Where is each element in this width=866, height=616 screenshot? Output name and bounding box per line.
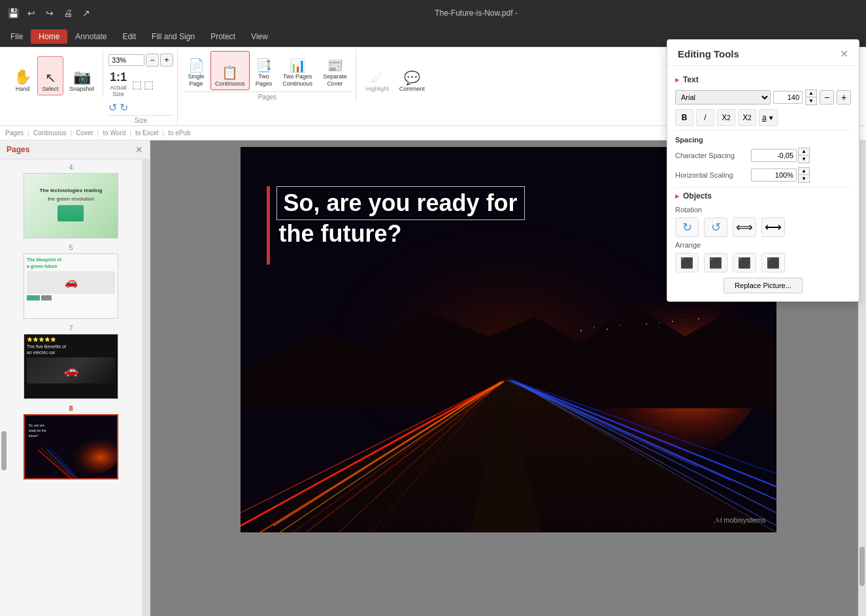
highlight-button[interactable]: 🖊 Highlight xyxy=(361,56,393,95)
share-icon[interactable]: ↗ xyxy=(80,7,93,20)
two-pages-button[interactable]: 📑 TwoPages xyxy=(251,51,277,90)
svg-rect-38 xyxy=(659,322,660,323)
comment-icon: 💬 xyxy=(404,71,420,84)
pages-panel-close[interactable]: ✕ xyxy=(135,144,143,155)
svg-rect-40 xyxy=(685,319,686,321)
ribbon-group-annotations: 🖊 Highlight 💬 Comment xyxy=(358,50,433,97)
bold-button[interactable]: B xyxy=(675,109,693,126)
menu-protect[interactable]: Protect xyxy=(203,29,243,44)
separate-cover-button[interactable]: 📰 SeparateCover xyxy=(318,51,352,90)
send-to-back-button[interactable]: ⬛ xyxy=(761,253,785,272)
send-backward-button[interactable]: ⬛ xyxy=(733,253,756,272)
comment-button[interactable]: 💬 Comment xyxy=(395,56,429,95)
menu-view[interactable]: View xyxy=(243,29,276,44)
sub-to-word: to Word xyxy=(103,129,125,137)
page-8-number: 8 xyxy=(69,404,73,412)
rotate-right[interactable]: ↻ xyxy=(120,101,128,114)
superscript-button[interactable]: X2 xyxy=(738,109,756,126)
font-select[interactable]: Arial Times New Roman Helvetica xyxy=(675,90,771,105)
ribbon-group-size: − + 1:1 ActualSize ⬚ ⬚ ↺ ↻ xyxy=(105,50,178,125)
subscript-button[interactable]: X2 xyxy=(717,109,735,126)
page-8-container: 8 xyxy=(4,404,138,479)
horiz-scaling-label: Horizontal Scaling xyxy=(675,171,747,179)
print-icon[interactable]: 🖨 xyxy=(61,7,75,20)
char-spacing-input[interactable] xyxy=(751,149,797,162)
save-icon[interactable]: 💾 xyxy=(7,7,20,20)
menu-annotate[interactable]: Annotate xyxy=(67,29,114,44)
horiz-scaling-up[interactable]: ▲ xyxy=(799,168,809,175)
svg-text:So, are you: So, are you xyxy=(29,424,45,427)
font-size-up[interactable]: ▲ xyxy=(806,90,816,97)
hand-label: Hand xyxy=(16,86,30,93)
question-text-line2: the future? xyxy=(276,220,525,248)
page-7-thumb[interactable]: ⭐⭐⭐⭐⭐ The five Benefits ofan electric ca… xyxy=(24,334,118,399)
font-increase-button[interactable]: + xyxy=(837,90,851,105)
zoom-fit-page[interactable]: ⬚ xyxy=(132,78,142,91)
select-button[interactable]: ↖ Select xyxy=(37,56,63,95)
page-8-thumb[interactable]: So, are you ready for the future? xyxy=(24,414,118,479)
pages-scrollbar[interactable] xyxy=(142,159,150,616)
menu-file[interactable]: File xyxy=(3,29,31,44)
sub-pages: Pages xyxy=(5,129,24,137)
italic-button[interactable]: / xyxy=(696,109,714,126)
zoom-decrease[interactable]: − xyxy=(146,54,159,67)
rotate-right-button[interactable]: ↻ xyxy=(675,218,699,237)
title-bar: 💾 ↩ ↪ 🖨 ↗ The-Future-is-Now.pdf - xyxy=(0,0,866,26)
menu-edit[interactable]: Edit xyxy=(114,29,144,44)
two-pages-icon: 📑 xyxy=(256,59,272,72)
title-bar-icons: 💾 ↩ ↪ 🖨 ↗ xyxy=(7,7,93,20)
page-5-thumb[interactable]: The blueprint ofa green future 🚗 xyxy=(24,253,118,319)
char-spacing-label: Character Spacing xyxy=(675,152,747,159)
page-4-thumb[interactable]: The technologies leading the green revol… xyxy=(24,173,118,238)
size-group-label: Size xyxy=(108,115,173,124)
single-page-button[interactable]: 📄 SinglePage xyxy=(183,51,209,90)
objects-section-header: ▶ Objects xyxy=(675,191,851,201)
horiz-scaling-down[interactable]: ▼ xyxy=(799,175,809,182)
editing-tools-panel: Editing Tools ✕ ▶ Text Arial Times New R… xyxy=(667,39,859,302)
actual-size-button[interactable]: 1:1 ActualSize xyxy=(108,69,128,99)
objects-section-label: Objects xyxy=(683,191,712,201)
snapshot-button[interactable]: 📷 Snapshot xyxy=(65,56,99,95)
hand-button[interactable]: ✋ Hand xyxy=(9,56,36,95)
font-row: Arial Times New Roman Helvetica ▲ ▼ − + xyxy=(675,89,851,105)
flip-horizontal-button[interactable]: ⟷ xyxy=(761,218,785,237)
svg-text:future?: future? xyxy=(29,434,39,438)
svg-rect-39 xyxy=(672,321,673,322)
undo-icon[interactable]: ↩ xyxy=(25,7,38,20)
zoom-fit-width[interactable]: ⬚ xyxy=(144,78,154,91)
menu-fill-sign[interactable]: Fill and Sign xyxy=(144,29,203,44)
continuous-button[interactable]: 📋 Continuous xyxy=(210,51,250,90)
actual-size-icon: 1:1 xyxy=(110,71,127,84)
spacing-header: Spacing xyxy=(675,136,851,144)
window-title: The-Future-is-Now.pdf - xyxy=(93,8,859,18)
format-row: B / X2 X2 a ▼ xyxy=(675,109,851,131)
menu-home[interactable]: Home xyxy=(31,29,67,44)
svg-text:ready for the: ready for the xyxy=(29,429,46,432)
editing-panel-title: Editing Tools xyxy=(678,48,739,59)
bring-forward-button[interactable]: ⬛ xyxy=(704,253,727,272)
underline-button[interactable]: a ▼ xyxy=(759,109,778,126)
flip-vertical-button[interactable]: ⟺ xyxy=(733,218,756,237)
editing-panel-close-button[interactable]: ✕ xyxy=(840,48,848,60)
two-pages-cont-button[interactable]: 📊 Two PagesContinuous xyxy=(278,51,318,90)
pages-panel: Pages ✕ 4 The technologies leading the g… xyxy=(0,140,150,616)
pages-panel-header: Pages ✕ xyxy=(0,140,150,159)
replace-picture-button[interactable]: Replace Picture... xyxy=(724,278,803,293)
svg-rect-36 xyxy=(620,325,621,326)
redo-icon[interactable]: ↪ xyxy=(43,7,56,20)
horiz-scaling-input[interactable] xyxy=(751,169,797,182)
font-size-down[interactable]: ▼ xyxy=(806,97,816,105)
font-decrease-button[interactable]: − xyxy=(820,90,834,105)
bring-to-front-button[interactable]: ⬛ xyxy=(675,253,699,272)
zoom-input[interactable] xyxy=(108,54,144,66)
rotate-left-button[interactable]: ↺ xyxy=(704,218,727,237)
char-spacing-up[interactable]: ▲ xyxy=(799,148,809,155)
select-label: Select xyxy=(42,86,58,93)
rotate-left[interactable]: ↺ xyxy=(108,101,117,114)
pages-scrollbar-thumb xyxy=(1,431,7,470)
char-spacing-down[interactable]: ▼ xyxy=(799,155,809,163)
zoom-increase[interactable]: + xyxy=(160,54,173,67)
text-box[interactable]: So, are you ready for xyxy=(276,186,525,220)
font-size-input[interactable] xyxy=(773,91,803,104)
sub-continuous: Continuous xyxy=(33,129,67,137)
